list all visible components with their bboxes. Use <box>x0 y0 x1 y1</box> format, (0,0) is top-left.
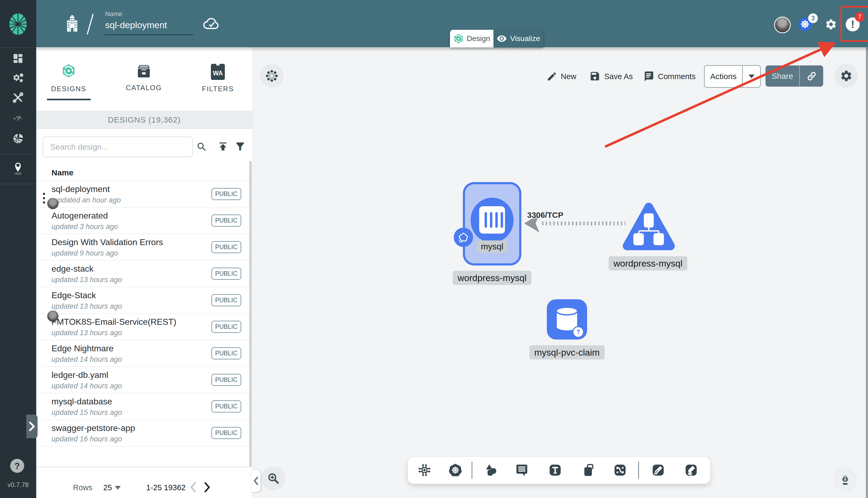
design-name: Autogenerated <box>52 211 108 221</box>
tab-visualize[interactable]: Visualize <box>493 30 543 48</box>
tool-kubernetes-icon[interactable] <box>448 463 462 477</box>
panel-tab-filters[interactable]: FILTERS <box>202 85 234 93</box>
filter-icon[interactable] <box>234 141 246 152</box>
share-button[interactable]: Share <box>765 65 823 87</box>
design-updated: updated 15 hours ago <box>52 408 122 417</box>
designs-count-header: DESIGNS (19,362) <box>36 110 252 129</box>
settings-gear-icon[interactable] <box>825 18 837 30</box>
container-bar <box>484 212 487 228</box>
design-row[interactable]: FMTOK8S-Email-Service(REST) updated 13 h… <box>36 313 250 340</box>
search-input[interactable] <box>43 136 193 157</box>
design-updated: updated an hour ago <box>54 196 121 204</box>
panel-scrollbar[interactable] <box>249 161 252 467</box>
prev-page-icon[interactable] <box>190 481 197 493</box>
meshery-logo[interactable] <box>9 13 27 35</box>
sidebar-item-configuration[interactable] <box>12 92 24 104</box>
design-row[interactable]: swagger-petstore-app updated 16 hours ag… <box>36 419 250 446</box>
design-row[interactable]: Autogenerated updated 3 hours ago PUBLIC <box>36 207 250 234</box>
save-as-label[interactable]: Save As <box>604 72 633 81</box>
toolbar-divider <box>638 461 639 479</box>
comments-icon[interactable] <box>643 70 654 82</box>
share-label: Share <box>765 71 799 81</box>
panel-collapse-button[interactable] <box>252 470 260 492</box>
new-design-label[interactable]: New <box>561 72 576 81</box>
canvas-scrollbar[interactable] <box>866 47 868 498</box>
design-name: Edge Nightmare <box>52 343 114 353</box>
container-label: mysql <box>477 240 507 253</box>
rows-per-page-value[interactable]: 25 <box>103 483 112 492</box>
organization-icon[interactable] <box>66 15 78 33</box>
pod-pentagon-badge-icon[interactable] <box>454 228 473 247</box>
tab-design[interactable]: Design <box>450 30 493 48</box>
design-row[interactable]: ledger-db.yaml updated 14 hours ago PUBL… <box>36 366 250 393</box>
visibility-badge: PUBLIC <box>211 267 241 280</box>
design-row[interactable]: sql-deployment updated an hour ago PUBLI… <box>36 181 250 208</box>
design-name: ledger-db.yaml <box>52 370 108 380</box>
actions-dropdown-button[interactable]: Actions <box>704 65 761 88</box>
design-updated: updated 14 hours ago <box>52 382 122 390</box>
tool-node-graph-icon[interactable] <box>417 463 431 477</box>
actions-caret-icon[interactable] <box>743 75 760 78</box>
new-design-icon[interactable] <box>546 71 557 82</box>
sidebar-item-kanvas-pin-icon[interactable] <box>12 159 24 176</box>
rows-per-page-caret-icon[interactable] <box>115 486 121 490</box>
save-as-icon[interactable] <box>589 70 600 82</box>
user-avatar[interactable] <box>774 17 791 33</box>
design-row[interactable]: edge-stack updated 13 hours ago PUBLIC <box>36 260 250 287</box>
visibility-badge: PUBLIC <box>211 321 241 333</box>
panel-tab-designs-icon <box>61 63 76 78</box>
canvas-dot-grid-button[interactable] <box>260 64 284 88</box>
design-row[interactable]: mysql-database updated 15 hours ago PUBL… <box>36 393 250 420</box>
pvc-label: mysql-pvc-claim <box>529 345 605 359</box>
sidebar-item-performance[interactable] <box>12 111 24 123</box>
visibility-badge: PUBLIC <box>211 294 241 306</box>
design-row[interactable]: Design With Validation Errors updated 9 … <box>36 234 250 261</box>
tab-design-label: Design <box>467 34 490 43</box>
tool-relationship-icon[interactable] <box>613 463 627 477</box>
tool-shapes-icon[interactable] <box>484 463 498 477</box>
design-updated: updated 14 hours ago <box>52 355 122 364</box>
design-row[interactable]: Edge-Stack updated 13 hours ago PUBLIC <box>36 287 250 314</box>
version-label: v0.7.78 <box>0 481 36 489</box>
rail-divider <box>0 154 36 154</box>
container-bar <box>501 212 503 228</box>
tool-freehand-draw-icon[interactable] <box>684 463 698 477</box>
panel-tab-catalog[interactable]: CATALOG <box>126 84 162 92</box>
panel-tab-designs[interactable]: DESIGNS <box>51 85 86 93</box>
comments-label[interactable]: Comments <box>658 72 696 81</box>
tool-pen-anchor-icon[interactable] <box>651 463 665 477</box>
sidebar-item-extensions[interactable] <box>12 132 24 144</box>
upload-design-icon[interactable] <box>217 141 229 152</box>
service-label: wordpress-mysql <box>609 257 687 271</box>
row-menu-icon[interactable] <box>43 192 46 205</box>
canvas-settings-gear-icon[interactable] <box>834 64 858 88</box>
edge-port-label: 3306/TCP <box>527 210 563 220</box>
design-updated: updated 13 hours ago <box>52 329 122 337</box>
rail-divider <box>0 184 36 184</box>
pagination-divider <box>36 467 252 467</box>
sidebar-expand-button[interactable] <box>26 415 38 438</box>
zoom-in-button[interactable] <box>262 467 285 490</box>
search-icon[interactable] <box>196 141 207 153</box>
pagination-range: 1-25 19362 <box>146 483 186 492</box>
design-name: FMTOK8S-Email-Service(REST) <box>52 317 176 327</box>
design-name: mysql-database <box>52 397 112 407</box>
sidebar-item-dashboard[interactable] <box>12 53 24 64</box>
tool-comment-icon[interactable] <box>515 463 529 477</box>
visibility-badge: PUBLIC <box>211 188 241 200</box>
sidebar-item-lifecycle[interactable] <box>12 72 24 84</box>
help-button[interactable]: ? <box>10 459 24 473</box>
design-row[interactable]: Edge Nightmare updated 14 hours ago PUBL… <box>36 340 250 367</box>
column-header-name: Name <box>52 168 74 177</box>
panel-tab-catalog-icon <box>136 64 151 78</box>
container-bar <box>495 212 498 228</box>
design-name-value[interactable]: sql-deployment <box>105 20 167 30</box>
pen-mode-button[interactable] <box>833 468 857 492</box>
mode-tab-group: Design Visualize <box>450 30 543 48</box>
panel-tab-filters-icon: WA <box>211 64 225 80</box>
design-spiral-icon <box>453 33 464 44</box>
share-link-icon[interactable] <box>800 71 823 81</box>
tool-text-icon[interactable] <box>548 463 562 477</box>
tool-note-icon[interactable] <box>581 463 595 477</box>
next-page-icon[interactable] <box>203 481 211 493</box>
